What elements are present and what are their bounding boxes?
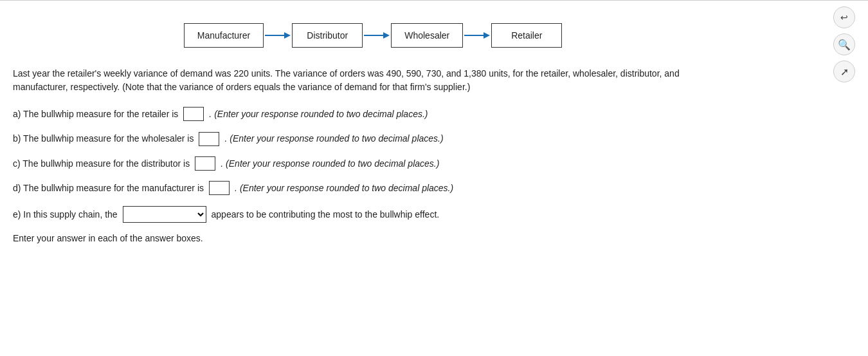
wholesaler-node: Wholesaler [391, 23, 463, 48]
external-link-icon[interactable]: ➚ [833, 61, 855, 82]
question-a-hint-text: (Enter your response rounded to two deci… [214, 107, 428, 121]
answer-a-input[interactable] [183, 107, 204, 121]
question-b-label: b) The bullwhip measure for the wholesal… [13, 131, 194, 145]
arrow-1 [265, 29, 291, 42]
question-e-row: e) In this supply chain, the retailerwho… [13, 206, 694, 223]
answer-c-input[interactable] [195, 156, 215, 171]
main-content: Manufacturer Distributor Wholesaler Reta… [0, 1, 707, 256]
question-c-hint: . [221, 156, 223, 171]
question-b-row: b) The bullwhip measure for the wholesal… [13, 131, 694, 145]
undo-icon[interactable]: ↩ [833, 6, 855, 28]
problem-text: Last year the retailer's weekly variance… [13, 67, 694, 94]
question-c-hint-text: (Enter your response rounded to two deci… [226, 156, 439, 171]
question-e-after: appears to be contributing the most to t… [209, 209, 440, 220]
question-b-hint: . [224, 131, 227, 145]
question-a-row: a) The bullwhip measure for the retailer… [13, 107, 694, 121]
arrow-2 [364, 29, 390, 42]
svg-marker-5 [484, 32, 490, 39]
question-e-before: e) In this supply chain, the [13, 209, 118, 220]
question-d-hint-text: (Enter your response rounded to two deci… [240, 181, 453, 195]
question-a-hint: . [209, 107, 212, 121]
question-c-row: c) The bullwhip measure for the distribu… [13, 156, 694, 171]
supply-chain-diagram: Manufacturer Distributor Wholesaler Reta… [13, 23, 694, 48]
footer-note: Enter your answer in each of the answer … [13, 233, 694, 243]
manufacturer-node: Manufacturer [184, 23, 264, 48]
answer-b-input[interactable] [199, 132, 219, 146]
question-c-label: c) The bullwhip measure for the distribu… [13, 156, 190, 171]
question-b-hint-text: (Enter your response rounded to two deci… [230, 131, 443, 145]
question-d-label: d) The bullwhip measure for the manufact… [13, 181, 204, 195]
svg-marker-1 [284, 32, 291, 39]
answer-e-select[interactable]: retailerwholesalerdistributormanufacture… [123, 206, 206, 223]
arrow-3 [464, 29, 490, 42]
question-d-hint: . [235, 181, 237, 195]
question-a-label: a) The bullwhip measure for the retailer… [13, 107, 178, 121]
answer-d-input[interactable] [209, 181, 230, 195]
search-icon[interactable]: 🔍 [833, 33, 855, 55]
retailer-node: Retailer [491, 23, 562, 48]
question-d-row: d) The bullwhip measure for the manufact… [13, 181, 694, 195]
svg-marker-3 [383, 32, 390, 39]
distributor-node: Distributor [292, 23, 363, 48]
sidebar-icons: ↩ 🔍 ➚ [833, 6, 855, 82]
